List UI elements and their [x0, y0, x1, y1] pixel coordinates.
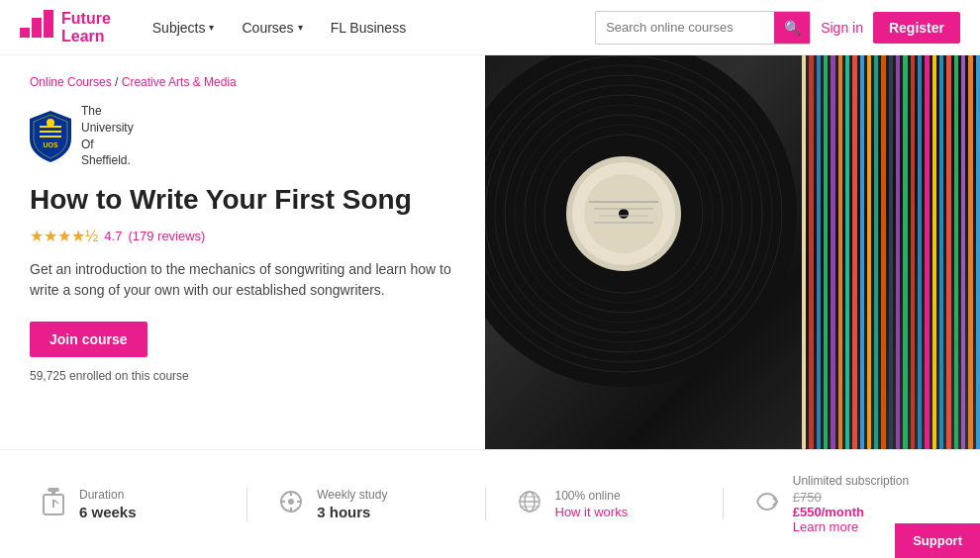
enrolled-count: 59,725 enrolled on this course	[30, 369, 455, 383]
signin-link[interactable]: Sign in	[821, 20, 863, 36]
join-course-button[interactable]: Join course	[30, 322, 147, 357]
search-area: 🔍 Sign in Register	[595, 11, 960, 45]
album-spine	[918, 55, 922, 449]
album-spine	[867, 55, 871, 449]
weekly-label: Weekly study	[317, 488, 387, 502]
nav-courses[interactable]: Courses ▾	[230, 14, 314, 42]
search-button[interactable]: 🔍	[774, 11, 810, 45]
svg-rect-1	[32, 18, 42, 38]
album-spine	[838, 55, 842, 449]
svg-text:UOS: UOS	[43, 141, 58, 148]
online-icon	[516, 490, 543, 519]
stat-duration-text: Duration 6 weeks	[79, 488, 137, 520]
album-spine	[896, 55, 900, 449]
album-spine	[889, 55, 893, 449]
main-content: Online Courses / Creative Arts & Media U…	[0, 55, 980, 449]
duration-icon	[40, 488, 67, 521]
price-display: £750 £550/month	[793, 490, 909, 519]
album-spine	[925, 55, 929, 449]
search-box: 🔍	[595, 11, 811, 45]
stat-online: 100% online How it works	[486, 489, 724, 519]
nav-subjects[interactable]: Subjects ▾	[141, 14, 227, 42]
logo[interactable]: Future Learn	[20, 10, 111, 46]
subscription-icon	[753, 490, 781, 519]
university-shield-icon: UOS	[30, 111, 71, 162]
album-spine	[954, 55, 958, 449]
stat-weekly-text: Weekly study 3 hours	[317, 488, 387, 520]
breadcrumb: Online Courses / Creative Arts & Media	[30, 75, 455, 89]
album-spine	[903, 55, 907, 449]
vinyl-background	[485, 55, 980, 449]
learn-more-link[interactable]: Learn more	[793, 519, 909, 534]
album-spine	[802, 55, 806, 449]
support-button[interactable]: Support	[895, 523, 980, 558]
search-icon: 🔍	[784, 20, 801, 36]
svg-rect-4	[40, 131, 61, 133]
stat-weekly-study: Weekly study 3 hours	[247, 488, 485, 520]
album-spine	[911, 55, 915, 449]
album-spine	[845, 55, 849, 449]
star-rating: ★★★★½	[30, 227, 98, 245]
rating-value: 4.7	[104, 229, 122, 243]
breadcrumb-link-creative[interactable]: Creative Arts & Media	[122, 75, 237, 89]
album-spine	[968, 55, 972, 449]
price-new: £550/month	[793, 505, 909, 519]
album-spine	[817, 55, 821, 449]
chevron-down-icon: ▾	[209, 22, 214, 33]
online-label: 100% online	[555, 489, 629, 503]
left-panel: Online Courses / Creative Arts & Media U…	[0, 55, 485, 449]
duration-value: 6 weeks	[79, 504, 137, 520]
vinyl-record-image	[485, 55, 802, 392]
duration-label: Duration	[79, 488, 137, 502]
chevron-down-icon: ▾	[298, 22, 303, 33]
weekly-value: 3 hours	[317, 504, 387, 520]
album-spine	[831, 55, 834, 449]
logo-text: Future Learn	[61, 10, 111, 45]
svg-rect-0	[20, 28, 30, 38]
nav-fl-business[interactable]: FL Business	[319, 14, 419, 42]
how-it-works-link[interactable]: How it works	[555, 505, 629, 519]
subscription-label: Unlimited subscription	[793, 474, 909, 488]
svg-rect-5	[40, 136, 61, 138]
course-description: Get an introduction to the mechanics of …	[30, 259, 455, 302]
album-spine	[976, 55, 980, 449]
rating-reviews: (179 reviews)	[128, 229, 205, 243]
course-image	[485, 55, 980, 449]
album-spine	[932, 55, 936, 449]
price-old: £750	[793, 490, 909, 505]
album-spine	[852, 55, 856, 449]
logo-icon	[20, 10, 55, 46]
register-button[interactable]: Register	[873, 12, 960, 44]
university-area: UOS The University Of Sheffield.	[30, 103, 455, 169]
header: Future Learn Subjects ▾ Courses ▾ FL Bus…	[0, 0, 980, 55]
svg-rect-2	[44, 10, 53, 38]
album-spine	[946, 55, 950, 449]
svg-point-32	[288, 499, 294, 505]
breadcrumb-link-online[interactable]: Online Courses	[30, 75, 112, 89]
album-spine	[961, 55, 965, 449]
svg-rect-26	[48, 488, 59, 492]
album-spine	[939, 55, 943, 449]
svg-point-6	[47, 119, 54, 127]
svg-point-21	[619, 209, 629, 219]
main-nav: Subjects ▾ Courses ▾ FL Business	[141, 14, 595, 42]
stats-bar: Duration 6 weeks Weekly study 3 hours 10…	[0, 449, 980, 558]
album-spine	[860, 55, 864, 449]
search-input[interactable]	[596, 20, 774, 35]
weekly-study-icon	[277, 490, 305, 519]
album-spine	[824, 55, 828, 449]
album-spine	[874, 55, 878, 449]
album-spine	[881, 55, 885, 449]
album-spine	[809, 55, 813, 449]
stat-duration: Duration 6 weeks	[20, 488, 247, 521]
album-spines	[802, 55, 980, 449]
course-title: How to Write Your First Song	[30, 183, 455, 217]
stat-online-text: 100% online How it works	[555, 489, 629, 519]
rating-area: ★★★★½ 4.7 (179 reviews)	[30, 227, 455, 245]
stat-subscription-text: Unlimited subscription £750 £550/month L…	[793, 474, 909, 534]
university-name: The University Of Sheffield.	[81, 103, 134, 169]
